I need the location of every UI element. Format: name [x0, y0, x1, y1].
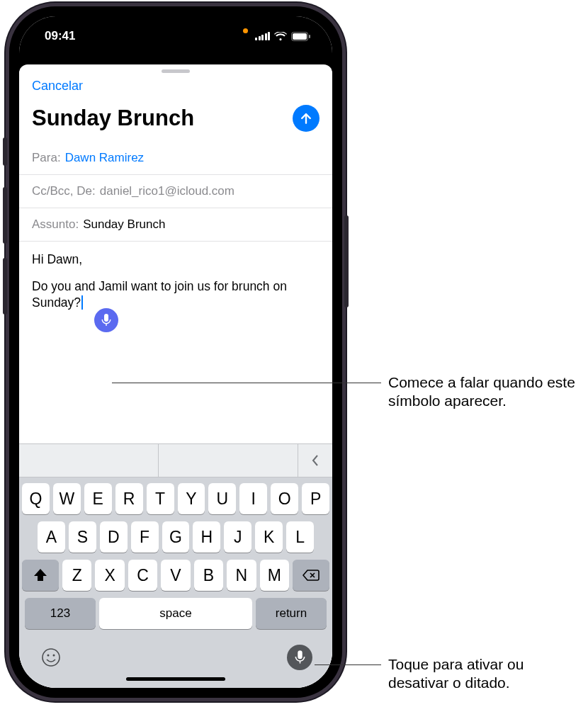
callout-line-2 [315, 664, 381, 665]
silent-switch [3, 137, 7, 166]
key-e[interactable]: E [84, 483, 112, 514]
toolbar-segment-1[interactable] [19, 444, 159, 477]
svg-point-3 [43, 649, 60, 666]
backspace-key[interactable] [293, 560, 329, 591]
toolbar-collapse[interactable] [298, 444, 332, 477]
key-l[interactable]: L [286, 521, 314, 553]
compose-title: Sunday Brunch [32, 106, 194, 131]
subject-label: Assunto: [32, 217, 79, 232]
screen: 09:41 Cancelar [19, 16, 332, 688]
key-a[interactable]: A [38, 521, 65, 553]
svg-rect-2 [309, 35, 310, 38]
dynamic-island [130, 26, 221, 52]
cancel-button[interactable]: Cancelar [19, 73, 332, 101]
key-g[interactable]: G [162, 521, 190, 553]
key-s[interactable]: S [69, 521, 96, 553]
to-field[interactable]: Para: Dawn Ramirez [19, 142, 332, 175]
space-key[interactable]: space [99, 598, 252, 629]
key-i[interactable]: I [239, 483, 267, 514]
callout-mic-toggle: Toque para ativar ou desativar o ditado. [388, 655, 572, 693]
email-body[interactable]: Hi Dawn, Do you and Jamil want to join u… [19, 242, 332, 443]
wifi-icon [274, 32, 287, 41]
return-key[interactable]: return [256, 598, 327, 629]
side-button [344, 215, 349, 307]
key-k[interactable]: K [255, 521, 283, 553]
chevron-left-icon [310, 453, 320, 468]
key-z[interactable]: Z [62, 560, 91, 591]
toolbar-segment-2[interactable] [159, 444, 298, 477]
body-greeting: Hi Dawn, [32, 251, 320, 268]
subject-field[interactable]: Assunto: Sunday Brunch [19, 208, 332, 242]
arrow-up-icon [299, 111, 313, 125]
key-f[interactable]: F [131, 521, 159, 553]
svg-point-4 [47, 655, 50, 657]
key-c[interactable]: C [128, 560, 157, 591]
key-v[interactable]: V [161, 560, 190, 591]
subject-value: Sunday Brunch [83, 217, 165, 232]
keyboard: QWERTYUIOP ASDFGHJKL ZXCVBNM [19, 443, 332, 688]
key-w[interactable]: W [53, 483, 81, 514]
compose-sheet: Cancelar Sunday Brunch Para: Dawn Ramire… [19, 64, 332, 688]
to-value[interactable]: Dawn Ramirez [65, 151, 144, 165]
key-x[interactable]: X [95, 560, 124, 591]
volume-down [3, 258, 7, 315]
key-h[interactable]: H [193, 521, 220, 553]
dictation-toggle-button[interactable] [287, 645, 312, 670]
keyboard-toolbar [19, 443, 332, 477]
home-indicator[interactable] [126, 677, 225, 681]
callout-line-1 [112, 383, 381, 383]
cc-bcc-label: Cc/Bcc, De: [32, 184, 96, 198]
key-o[interactable]: O [271, 483, 298, 514]
status-time: 09:41 [45, 29, 75, 43]
key-u[interactable]: U [208, 483, 236, 514]
key-t[interactable]: T [147, 483, 174, 514]
from-value: daniel_rico1@icloud.com [100, 184, 234, 198]
shift-key[interactable] [22, 560, 59, 591]
to-label: Para: [32, 151, 61, 165]
send-button[interactable] [293, 105, 320, 132]
cellular-icon [255, 32, 270, 40]
key-p[interactable]: P [302, 483, 329, 514]
keyboard-row-2: ASDFGHJKL [22, 521, 329, 553]
svg-rect-1 [293, 33, 307, 40]
numbers-key[interactable]: 123 [25, 598, 96, 629]
svg-point-5 [53, 655, 55, 657]
key-m[interactable]: M [260, 560, 289, 591]
mic-in-use-dot-icon [243, 28, 248, 33]
key-r[interactable]: R [115, 483, 143, 514]
key-d[interactable]: D [100, 521, 128, 553]
text-cursor [81, 295, 83, 310]
backspace-icon [303, 569, 320, 582]
key-q[interactable]: Q [22, 483, 50, 514]
key-j[interactable]: J [224, 521, 251, 553]
key-y[interactable]: Y [178, 483, 205, 514]
microphone-icon [295, 650, 305, 664]
volume-up [3, 187, 7, 244]
key-n[interactable]: N [227, 560, 256, 591]
dictation-active-indicator[interactable] [94, 308, 118, 332]
shift-icon [33, 569, 47, 582]
callout-dictation-bubble: Comece a falar quando este símbolo apare… [388, 373, 587, 411]
phone-frame: 09:41 Cancelar [6, 3, 346, 701]
emoji-key[interactable] [39, 645, 63, 669]
battery-icon [291, 32, 311, 41]
microphone-icon [101, 314, 111, 327]
cc-bcc-from-field[interactable]: Cc/Bcc, De: daniel_rico1@icloud.com [19, 175, 332, 208]
keyboard-row-1: QWERTYUIOP [22, 483, 329, 514]
emoji-icon [40, 647, 62, 668]
key-b[interactable]: B [194, 560, 223, 591]
body-paragraph: Do you and Jamil want to join us for bru… [32, 278, 320, 312]
keyboard-row-3: ZXCVBNM [22, 560, 329, 591]
